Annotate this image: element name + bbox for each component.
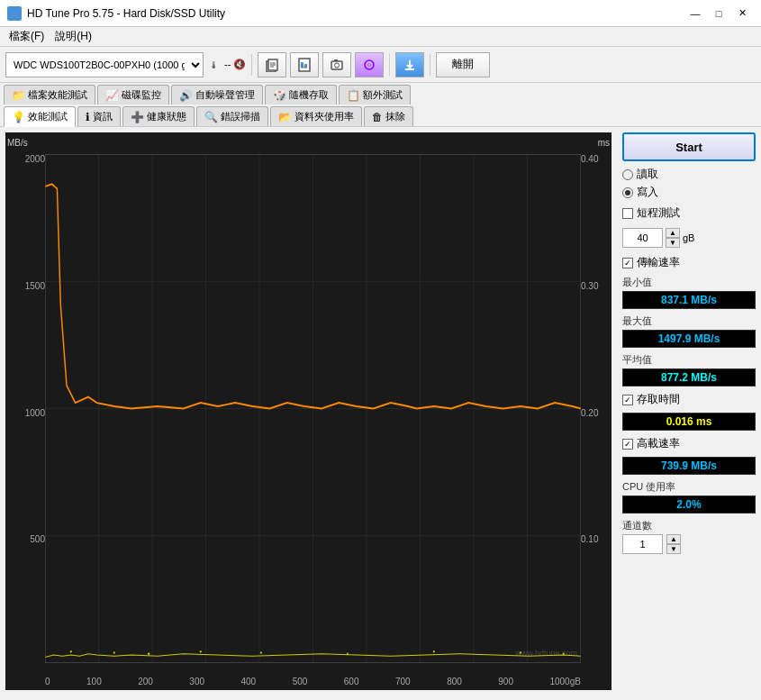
x-label-0: 0 bbox=[45, 677, 50, 686]
svg-point-27 bbox=[70, 650, 72, 653]
tab-benchmark[interactable]: 💡 效能測試 bbox=[4, 106, 76, 127]
maximize-button[interactable]: □ bbox=[707, 5, 730, 23]
checkbox-access-box: ✓ bbox=[622, 395, 633, 405]
checkbox-transfer-label: 傳輸速率 bbox=[637, 255, 680, 270]
tab-file-benchmark[interactable]: 📁 檔案效能測試 bbox=[4, 85, 95, 105]
svg-point-31 bbox=[260, 651, 262, 654]
toolbar-btn-download[interactable] bbox=[395, 52, 424, 77]
stat-cpu: CPU 使用率 2.0% bbox=[622, 480, 756, 514]
tab-error-scan[interactable]: 🔍 錯誤掃描 bbox=[196, 106, 268, 126]
tab-info-icon: ℹ bbox=[86, 111, 90, 123]
temp-value: -- 🔇 bbox=[224, 59, 246, 70]
y-label-500: 500 bbox=[30, 534, 45, 544]
tab-file-icon: 📁 bbox=[12, 89, 25, 102]
tab-health[interactable]: ➕ 健康狀態 bbox=[122, 106, 195, 126]
tab-noise-mgmt[interactable]: 🔊 自動噪聲管理 bbox=[171, 85, 263, 105]
main-content: MB/s ms 2000 1500 1000 500 0.40 0.30 0.2… bbox=[0, 127, 761, 695]
x-label-100: 100 bbox=[86, 677, 102, 686]
x-label-900: 900 bbox=[498, 677, 513, 686]
app-icon bbox=[7, 6, 22, 21]
menu-bar: 檔案(F) 說明(H) bbox=[0, 27, 761, 47]
tab-extra-tests[interactable]: 📋 額外測試 bbox=[339, 85, 411, 105]
radio-write-item[interactable]: 寫入 bbox=[622, 185, 756, 200]
toolbar-btn-3[interactable] bbox=[322, 52, 351, 77]
x-label-200: 200 bbox=[138, 677, 153, 686]
menu-file[interactable]: 檔案(F) bbox=[4, 27, 50, 46]
y-label-2000: 2000 bbox=[25, 154, 45, 164]
spinner-row: ▲ ▼ gB bbox=[622, 228, 756, 248]
tabs-container: 📁 檔案效能測試 📈 磁碟監控 🔊 自動噪聲管理 🎲 隨機存取 📋 額外測試 💡… bbox=[0, 83, 761, 127]
stat-cpu-value: 2.0% bbox=[622, 495, 756, 514]
separator-3 bbox=[430, 54, 430, 76]
tab-row-2: 💡 效能測試 ℹ 資訊 ➕ 健康狀態 🔍 錯誤掃描 📂 資料夾使用率 🗑 抹除 bbox=[0, 105, 761, 126]
radio-read-item[interactable]: 讀取 bbox=[622, 167, 756, 182]
x-label-300: 300 bbox=[189, 677, 204, 686]
channel-row: ▲ ▼ bbox=[622, 534, 756, 554]
toolbar-btn-2[interactable] bbox=[290, 52, 319, 77]
stat-max-value: 1497.9 MB/s bbox=[622, 330, 756, 348]
svg-rect-6 bbox=[301, 62, 303, 68]
svg-point-35 bbox=[563, 652, 565, 655]
x-label-600: 600 bbox=[344, 677, 359, 686]
checkbox-burst[interactable]: ✓ 高載速率 bbox=[622, 436, 756, 451]
tab-folder-icon: 📂 bbox=[278, 111, 292, 123]
close-button[interactable]: ✕ bbox=[730, 5, 754, 23]
window-controls: — □ ✕ bbox=[684, 5, 754, 23]
svg-point-34 bbox=[520, 651, 521, 654]
toolbar: WDC WDS100T2B0C-00PXH0 (1000 gB) 🌡 -- 🔇 … bbox=[0, 47, 761, 83]
svg-rect-11 bbox=[334, 59, 338, 61]
quit-button[interactable]: 離開 bbox=[436, 52, 490, 77]
x-label-500: 500 bbox=[293, 677, 308, 686]
radio-write-label: 寫入 bbox=[637, 185, 658, 200]
tab-folder-usage[interactable]: 📂 資料夾使用率 bbox=[270, 106, 362, 126]
checkbox-short-test[interactable]: 短程測試 bbox=[622, 205, 756, 221]
minimize-button[interactable]: — bbox=[684, 5, 707, 23]
tab-health-icon: ➕ bbox=[131, 111, 144, 123]
title-bar: HD Tune Pro 5.75 - Hard Disk/SSD Utility… bbox=[0, 0, 761, 27]
radio-read-label: 讀取 bbox=[637, 167, 658, 182]
spinner-down-button[interactable]: ▼ bbox=[666, 238, 680, 248]
separator-1 bbox=[251, 54, 252, 76]
channel-up-button[interactable]: ▲ bbox=[666, 534, 681, 544]
checkbox-transfer-box: ✓ bbox=[622, 258, 633, 268]
x-label-1000: 1000gB bbox=[549, 677, 580, 686]
temp-icon: 🌡 bbox=[207, 59, 221, 70]
svg-point-30 bbox=[200, 650, 202, 653]
x-axis: 0 100 200 300 400 500 600 700 800 900 10… bbox=[45, 677, 581, 686]
start-button[interactable]: Start bbox=[622, 132, 756, 161]
tab-info[interactable]: ℹ 資訊 bbox=[77, 106, 121, 126]
unit-mbs: MB/s bbox=[7, 138, 28, 148]
channel-down-button[interactable]: ▼ bbox=[666, 544, 681, 554]
tab-erase-icon: 🗑 bbox=[372, 111, 383, 123]
stat-channel-label: 通道數 bbox=[622, 519, 756, 532]
stat-avg-label: 平均值 bbox=[622, 353, 756, 367]
y-right-020: 0.20 bbox=[581, 408, 598, 418]
y-right-040: 0.40 bbox=[581, 154, 598, 164]
toolbar-btn-special[interactable] bbox=[355, 52, 384, 77]
channel-input[interactable] bbox=[622, 534, 663, 554]
right-panel: Start 讀取 寫入 短程測試 ▲ ▼ gB bbox=[617, 127, 761, 695]
spinner-input[interactable] bbox=[622, 228, 663, 248]
separator-2 bbox=[389, 54, 390, 76]
tab-disk-monitor[interactable]: 📈 磁碟監控 bbox=[97, 85, 169, 105]
y-label-1000: 1000 bbox=[25, 408, 45, 418]
spinner-up-button[interactable]: ▲ bbox=[666, 228, 680, 238]
x-label-400: 400 bbox=[241, 677, 257, 686]
menu-help[interactable]: 說明(H) bbox=[50, 27, 97, 46]
stat-max-label: 最大值 bbox=[622, 314, 756, 328]
svg-point-29 bbox=[148, 652, 149, 655]
y-right-030: 0.30 bbox=[581, 281, 598, 291]
checkbox-access-label: 存取時間 bbox=[637, 392, 680, 407]
toolbar-btn-1[interactable] bbox=[258, 52, 286, 77]
tab-random-access[interactable]: 🎲 隨機存取 bbox=[265, 85, 337, 105]
checkbox-short-box bbox=[622, 208, 633, 219]
x-label-700: 700 bbox=[395, 677, 411, 686]
checkbox-access[interactable]: ✓ 存取時間 bbox=[622, 392, 756, 407]
stat-min-label: 最小值 bbox=[622, 276, 756, 289]
checkbox-transfer[interactable]: ✓ 傳輸速率 bbox=[622, 255, 756, 270]
stat-max: 最大值 1497.9 MB/s bbox=[622, 314, 756, 348]
drive-selector[interactable]: WDC WDS100T2B0C-00PXH0 (1000 gB) bbox=[5, 52, 204, 77]
radio-read-circle bbox=[622, 169, 633, 180]
tab-erase[interactable]: 🗑 抹除 bbox=[364, 106, 413, 126]
stat-burst-value: 739.9 MB/s bbox=[622, 457, 756, 475]
